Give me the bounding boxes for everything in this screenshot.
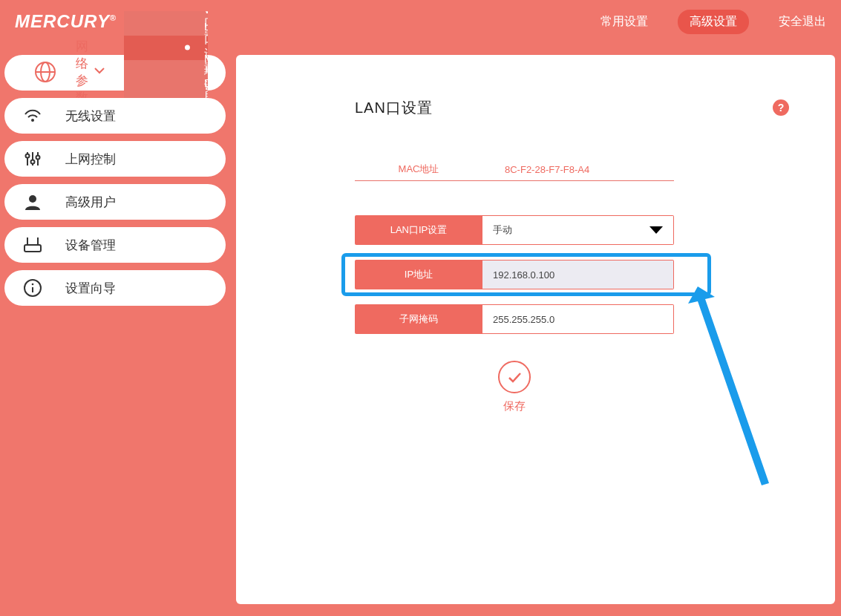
sidebar-item-advanced-user[interactable]: 高级用户 (4, 184, 226, 220)
sidebar-item-access-control[interactable]: 上网控制 (4, 141, 226, 177)
svg-point-10 (29, 195, 36, 203)
svg-marker-17 (688, 286, 769, 485)
sidebar-sub-mac[interactable]: MAC地址设置 (124, 60, 208, 85)
lan-ip-mode-row: LAN口IP设置 手动 (355, 215, 674, 245)
mac-label: MAC地址 (355, 163, 482, 176)
arrow-annotation (681, 286, 830, 502)
mac-info-row: MAC地址 8C-F2-28-F7-F8-A4 (355, 163, 674, 181)
info-icon (19, 275, 46, 301)
page-title: LAN口设置 (355, 98, 835, 118)
sidebar: 网络参数 WAN口设置 LAN口设置 MAC地址设置 DHCP服务器 IP与MA… (4, 55, 226, 604)
nav-common-settings[interactable]: 常用设置 (601, 14, 648, 30)
sidebar-item-setup-wizard[interactable]: 设置向导 (4, 270, 226, 306)
sidebar-item-label: 高级用户 (65, 194, 116, 211)
sidebar-item-label: 上网控制 (65, 151, 116, 168)
sidebar-item-label: 网络参数 (76, 38, 93, 106)
content-panel: LAN口设置 ? MAC地址 8C-F2-28-F7-F8-A4 LAN口IP设… (236, 55, 835, 604)
registered-mark: ® (110, 13, 117, 22)
ip-address-value: 192.168.0.100 (493, 269, 554, 281)
svg-point-15 (32, 284, 34, 286)
svg-rect-13 (24, 245, 41, 252)
brand-logo: MERCURY® (15, 11, 117, 32)
ip-address-input[interactable]: 192.168.0.100 (482, 260, 674, 289)
top-links: 常用设置 高级设置 安全退出 (601, 10, 826, 34)
help-icon[interactable]: ? (773, 99, 789, 116)
globe-icon (34, 59, 56, 85)
chevron-down-icon (93, 64, 106, 81)
mac-value: 8C-F2-28-F7-F8-A4 (482, 164, 589, 175)
subnet-mask-label: 子网掩码 (355, 304, 482, 334)
ip-address-row: IP地址 192.168.0.100 (355, 260, 674, 289)
sidebar-sub-wan[interactable]: WAN口设置 (124, 11, 208, 36)
sidebar-sub-lan[interactable]: LAN口设置 (124, 36, 208, 60)
brand-text: MERCURY (15, 11, 110, 31)
sidebar-item-label: 设备管理 (65, 237, 116, 254)
user-icon (19, 189, 46, 215)
wifi-icon (19, 102, 46, 129)
sidebar-item-label: 无线设置 (65, 108, 116, 125)
ip-address-label: IP地址 (355, 260, 482, 289)
lan-ip-mode-label: LAN口IP设置 (355, 215, 482, 245)
svg-point-8 (31, 160, 35, 164)
sliders-icon (19, 145, 46, 172)
save-label: 保存 (485, 399, 544, 413)
save-button[interactable]: 保存 (485, 361, 544, 413)
svg-point-3 (31, 119, 34, 122)
router-icon (19, 232, 46, 258)
nav-advanced-settings[interactable]: 高级设置 (678, 10, 749, 34)
subnet-mask-row: 子网掩码 255.255.255.0 (355, 304, 674, 334)
sidebar-item-label: 设置向导 (65, 280, 116, 297)
sidebar-item-network[interactable]: 网络参数 (19, 55, 124, 89)
sidebar-item-device-mgmt[interactable]: 设备管理 (4, 227, 226, 263)
subnet-mask-input[interactable]: 255.255.255.0 (482, 304, 674, 334)
lan-ip-mode-select[interactable]: 手动 (482, 215, 674, 245)
dropdown-arrow-icon (649, 226, 663, 234)
lan-ip-mode-value: 手动 (493, 223, 512, 237)
check-icon (498, 361, 531, 393)
svg-point-9 (36, 156, 40, 160)
subnet-mask-value: 255.255.255.0 (493, 314, 554, 325)
lan-settings-form: MAC地址 8C-F2-28-F7-F8-A4 LAN口IP设置 手动 IP地址… (355, 163, 674, 413)
nav-logout[interactable]: 安全退出 (779, 14, 826, 30)
svg-point-7 (26, 154, 30, 158)
sidebar-group-network: 网络参数 WAN口设置 LAN口设置 MAC地址设置 DHCP服务器 IP与MA… (4, 55, 226, 91)
sidebar-item-wireless[interactable]: 无线设置 (4, 98, 226, 134)
